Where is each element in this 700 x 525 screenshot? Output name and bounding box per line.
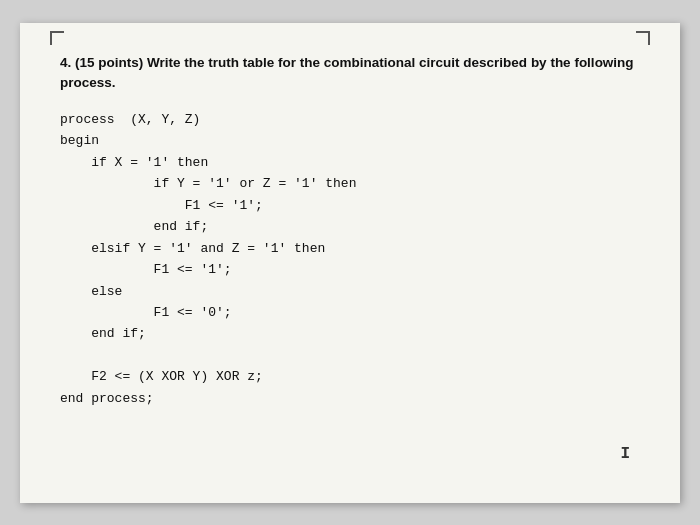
page: 4. (15 points) Write the truth table for… bbox=[20, 23, 680, 503]
question-text-bold: Write the truth table for the combinatio… bbox=[147, 55, 527, 70]
question-text-normal: by the following bbox=[527, 55, 634, 70]
code-block: process (X, Y, Z) begin if X = '1' then … bbox=[60, 109, 640, 409]
corner-mark-tl bbox=[50, 31, 64, 45]
question-text-line2: process. bbox=[60, 75, 116, 90]
question-number: 4. bbox=[60, 55, 71, 70]
question-points: (15 points) bbox=[75, 55, 143, 70]
corner-mark-tr bbox=[636, 31, 650, 45]
question-header: 4. (15 points) Write the truth table for… bbox=[60, 53, 640, 94]
cursor-indicator: I bbox=[620, 445, 630, 463]
